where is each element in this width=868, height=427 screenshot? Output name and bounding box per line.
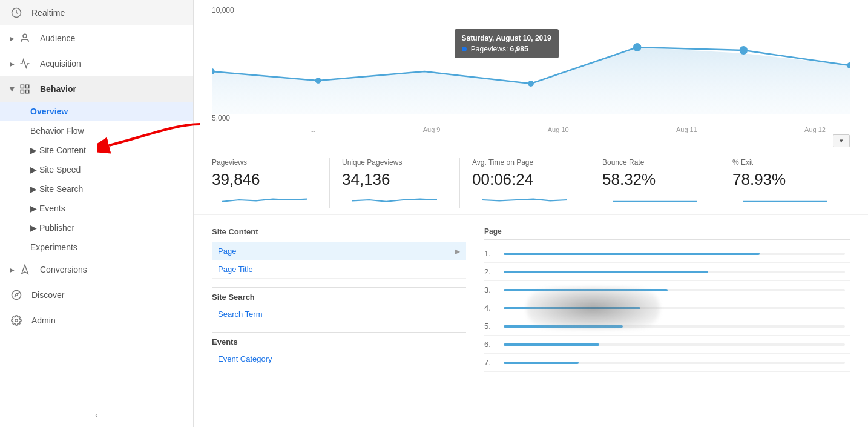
filter-item-page[interactable]: Page ▶ xyxy=(212,242,466,260)
sidebar-item-audience-label: Audience xyxy=(40,33,75,43)
svg-point-7 xyxy=(12,291,21,300)
page-row-4-num: 4. xyxy=(484,303,499,313)
sidebar-item-experiments[interactable]: Experiments xyxy=(0,237,193,257)
filter-page-link[interactable]: Page xyxy=(218,247,236,256)
stat-bounce-rate-label: Bounce Rate xyxy=(602,158,708,167)
svg-marker-8 xyxy=(15,293,18,296)
sidebar-item-audience[interactable]: ▶ Audience xyxy=(0,25,193,51)
page-row-1-num: 1. xyxy=(484,249,499,258)
blurred-section: 3. 4. xyxy=(484,281,850,317)
sidebar-item-site-search[interactable]: ▶ Site Search xyxy=(0,179,193,199)
page-bar-container-6 xyxy=(504,343,845,346)
acquisition-icon xyxy=(18,57,31,70)
clock-icon xyxy=(10,6,23,19)
filter-page-title-link[interactable]: Page Title xyxy=(218,265,253,274)
site-search-heading: Site Search xyxy=(212,287,466,302)
main-content: 10,000 xyxy=(194,0,868,427)
sidebar-item-site-search-label: Site Search xyxy=(39,184,83,194)
stat-avg-time-chart xyxy=(472,191,577,208)
sidebar-item-experiments-label: Experiments xyxy=(30,242,77,252)
filter-item-search-term[interactable]: Search Term xyxy=(212,305,466,323)
page-row-7-num: 7. xyxy=(484,358,499,367)
stat-exit-chart xyxy=(732,191,838,208)
chart-x-label-5: Aug 12 xyxy=(804,126,826,133)
page-bar-container-2 xyxy=(504,271,845,273)
chart-x-label-4: Aug 11 xyxy=(676,126,697,133)
expand-arrow-audience: ▶ xyxy=(10,35,15,42)
chart-svg xyxy=(212,17,850,114)
expand-arrow-site-speed: ▶ xyxy=(30,165,37,174)
sidebar-item-realtime[interactable]: Realtime xyxy=(0,0,193,25)
filter-page-arrow: ▶ xyxy=(455,247,460,256)
expand-arrow-site-search: ▶ xyxy=(30,184,37,194)
sidebar-collapse-button[interactable]: ‹ xyxy=(0,403,193,427)
svg-rect-4 xyxy=(21,90,24,93)
admin-icon xyxy=(10,314,23,327)
sidebar-item-site-content[interactable]: ▶ Site Content xyxy=(0,141,193,160)
stat-pageviews: Pageviews 39,846 xyxy=(212,158,330,208)
discover-icon xyxy=(10,288,23,302)
expand-arrow-events: ▶ xyxy=(30,204,37,213)
stats-row: Pageviews 39,846 Unique Pageviews 34,136… xyxy=(194,147,868,215)
page-bar-6 xyxy=(504,343,599,346)
sidebar-item-events[interactable]: ▶ Events xyxy=(0,199,193,218)
sidebar-item-overview[interactable]: Overview xyxy=(0,102,193,121)
page-bar-2 xyxy=(504,271,708,273)
svg-point-16 xyxy=(740,46,748,55)
expand-arrow-publisher: ▶ xyxy=(30,223,37,233)
chart-area: 10,000 xyxy=(194,0,868,147)
stat-pageviews-value: 39,846 xyxy=(212,170,317,189)
chart-dropdown-button[interactable]: ▾ xyxy=(833,134,850,147)
filter-item-page-title[interactable]: Page Title xyxy=(212,260,466,279)
page-bar-container-7 xyxy=(504,362,845,364)
page-row-5-num: 5. xyxy=(484,322,499,331)
lower-section: Site Content Page ▶ Page Title Site Sear… xyxy=(194,215,868,384)
sidebar-item-behavior[interactable]: ▶ Behavior xyxy=(0,76,193,102)
collapse-icon: ‹ xyxy=(95,411,97,420)
sidebar-item-discover-label: Discover xyxy=(31,290,64,300)
page-row-3-num: 3. xyxy=(484,285,499,294)
sidebar-item-discover[interactable]: Discover xyxy=(0,282,193,308)
page-row-6-num: 6. xyxy=(484,340,499,349)
svg-rect-2 xyxy=(21,85,24,88)
svg-marker-6 xyxy=(22,265,28,274)
stat-unique-pageviews-chart xyxy=(342,191,447,208)
expand-arrow-conversions: ▶ xyxy=(10,266,15,273)
sidebar-item-site-content-label: Site Content xyxy=(39,145,86,155)
sidebar-item-acquisition[interactable]: ▶ Acquisition xyxy=(0,51,193,76)
sidebar-item-conversions[interactable]: ▶ Conversions xyxy=(0,257,193,282)
svg-point-13 xyxy=(315,78,321,84)
sidebar-item-behavior-label: Behavior xyxy=(40,84,76,94)
page-bar-7 xyxy=(504,362,579,364)
page-row-2-num: 2. xyxy=(484,267,499,276)
filter-search-term-link[interactable]: Search Term xyxy=(218,309,262,319)
stat-pageviews-chart xyxy=(212,191,317,208)
site-content-heading: Site Content xyxy=(212,227,466,236)
chart-container: Saturday, August 10, 2019 Pageviews: 6,9… xyxy=(212,17,850,120)
sidebar-item-behavior-flow[interactable]: Behavior Flow xyxy=(0,121,193,141)
sidebar-item-conversions-label: Conversions xyxy=(40,265,87,274)
right-panel-heading: Page xyxy=(484,227,850,240)
sidebar-item-publisher[interactable]: ▶ Publisher xyxy=(0,218,193,237)
filter-event-category-link[interactable]: Event Category xyxy=(218,354,272,363)
chevron-down-icon: ▾ xyxy=(840,137,843,144)
left-panel: Site Content Page ▶ Page Title Site Sear… xyxy=(212,227,466,372)
stat-exit: % Exit 78.93% xyxy=(732,158,850,208)
sidebar-item-site-speed[interactable]: ▶ Site Speed xyxy=(0,160,193,179)
expand-arrow-acquisition: ▶ xyxy=(10,61,15,67)
filter-item-event-category[interactable]: Event Category xyxy=(212,350,466,368)
chart-x-label-1: ... xyxy=(310,126,315,133)
chart-y-label-high: 10,000 xyxy=(212,6,850,15)
sidebar-item-realtime-label: Realtime xyxy=(31,8,65,18)
chart-x-label-2: Aug 9 xyxy=(423,126,441,133)
svg-point-9 xyxy=(15,319,18,322)
stat-unique-pageviews-value: 34,136 xyxy=(342,170,447,189)
chart-x-label-3: Aug 10 xyxy=(548,126,569,133)
page-row-2: 2. xyxy=(484,263,850,281)
right-panel: Page 1. 2. 3. xyxy=(484,227,850,372)
sidebar-item-admin[interactable]: Admin xyxy=(0,308,193,333)
svg-rect-5 xyxy=(26,90,29,93)
sidebar-item-overview-label: Overview xyxy=(30,107,68,116)
sidebar-item-acquisition-label: Acquisition xyxy=(40,59,81,68)
page-bar-1 xyxy=(504,253,760,255)
